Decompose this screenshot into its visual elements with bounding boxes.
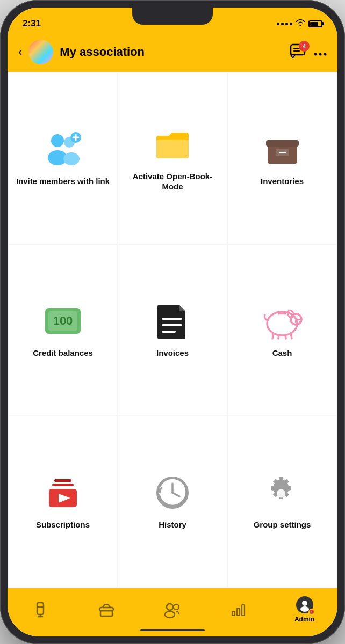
credit-icon: 100	[44, 302, 82, 340]
folder-icon	[153, 125, 192, 164]
notification-badge: 4	[299, 41, 310, 52]
invoices-item[interactable]: Invoices	[118, 245, 227, 415]
history-item[interactable]: History	[118, 416, 227, 587]
svg-line-32	[291, 333, 292, 339]
subscriptions-icon	[44, 473, 82, 512]
food-icon	[98, 602, 114, 617]
svg-point-57	[300, 606, 309, 612]
chat-button[interactable]: 4	[290, 44, 305, 60]
battery-icon	[308, 20, 322, 27]
svg-point-56	[302, 601, 307, 606]
inventories-item[interactable]: Inventories	[228, 73, 336, 244]
invite-icon	[44, 130, 82, 169]
svg-point-52	[174, 604, 179, 610]
svg-text:100: 100	[53, 314, 73, 327]
more-icon	[314, 53, 327, 56]
admin-label: Admin	[294, 616, 314, 623]
svg-point-34	[294, 318, 296, 319]
archive-icon	[263, 130, 301, 169]
wifi-icon	[296, 19, 305, 28]
svg-rect-49	[100, 611, 112, 616]
group-settings-item[interactable]: Group settings	[228, 416, 336, 587]
svg-rect-54	[237, 608, 240, 616]
svg-rect-14	[266, 140, 299, 147]
svg-point-9	[63, 152, 80, 165]
invoices-label: Invoices	[156, 348, 189, 358]
invite-members-label: Invite members with link	[16, 176, 110, 187]
status-time: 2:31	[23, 18, 41, 29]
svg-point-4	[319, 53, 322, 56]
menu-grid: Invite members with link Activate Open-B…	[8, 72, 337, 588]
history-icon	[153, 473, 192, 512]
credit-balances-item[interactable]: 100 Credit balances	[9, 245, 117, 415]
svg-line-42	[172, 493, 179, 496]
header: ‹ My association 4	[8, 35, 337, 72]
members-nav-icon	[164, 603, 181, 617]
notch	[132, 8, 213, 25]
svg-point-5	[324, 53, 327, 56]
page-title: My association	[60, 45, 284, 59]
invite-members-item[interactable]: Invite members with link	[9, 73, 117, 244]
header-actions: 4	[290, 44, 327, 60]
activate-open-book-item[interactable]: Activate Open-Book-Mode	[118, 73, 227, 244]
svg-point-3	[314, 53, 317, 56]
group-settings-label: Group settings	[254, 519, 311, 530]
svg-point-43	[277, 489, 285, 498]
phone-screen: 2:31	[8, 8, 337, 636]
svg-rect-44	[37, 603, 44, 614]
svg-rect-55	[242, 605, 245, 616]
status-icons	[277, 19, 322, 28]
inventories-label: Inventories	[261, 176, 304, 187]
nav-admin[interactable]: e Admin	[271, 596, 337, 623]
piggy-icon	[263, 302, 301, 340]
settings-icon	[263, 473, 301, 512]
svg-point-50	[167, 604, 173, 610]
subscriptions-item[interactable]: Subscriptions	[9, 416, 117, 587]
subscriptions-label: Subscriptions	[36, 519, 90, 530]
avatar	[28, 40, 53, 64]
nav-food[interactable]	[74, 602, 140, 617]
cash-label: Cash	[272, 348, 292, 358]
history-label: History	[159, 519, 186, 530]
svg-line-31	[285, 335, 286, 339]
drinks-icon	[33, 602, 48, 618]
credit-balances-label: Credit balances	[33, 348, 93, 358]
svg-rect-16	[279, 152, 286, 153]
svg-rect-53	[232, 611, 235, 616]
svg-point-6	[51, 134, 64, 147]
svg-line-30	[278, 335, 279, 339]
back-button[interactable]: ‹	[18, 45, 22, 59]
stats-icon	[231, 603, 246, 617]
nav-drinks[interactable]	[8, 602, 74, 618]
svg-point-51	[165, 611, 175, 618]
svg-point-27	[299, 321, 300, 323]
svg-line-29	[272, 333, 274, 339]
invoice-icon	[153, 302, 192, 340]
signal-icon	[277, 23, 292, 25]
svg-point-26	[297, 321, 298, 323]
activate-open-book-label: Activate Open-Book-Mode	[123, 171, 222, 192]
svg-rect-37	[52, 484, 74, 486]
admin-avatar: e	[296, 596, 313, 613]
cash-item[interactable]: Cash	[228, 245, 336, 415]
home-indicator	[140, 629, 205, 631]
phone-frame: 2:31	[0, 0, 345, 644]
svg-rect-38	[54, 479, 71, 482]
nav-stats[interactable]	[205, 603, 271, 617]
more-button[interactable]	[314, 45, 327, 59]
nav-members[interactable]	[140, 603, 206, 617]
